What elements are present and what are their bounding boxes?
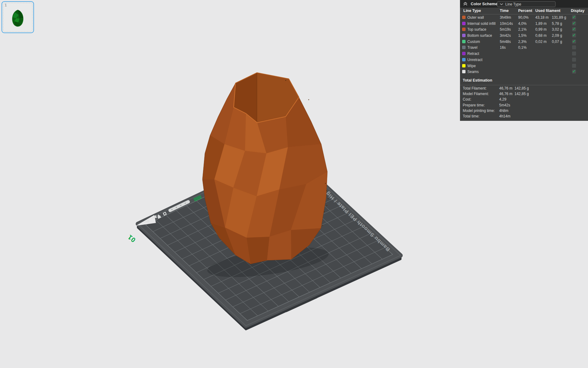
line-type-color-swatch <box>462 34 466 37</box>
total-value: 4h8m <box>499 109 508 113</box>
table-row: Internal solid infill 10m14s 4,0% 1,89 m… <box>460 21 588 27</box>
table-row: Bottom surface 3m42s 1,5% 0,68 m 2,09 g <box>460 33 588 39</box>
line-type-color-swatch <box>462 16 466 19</box>
line-type-label: Unretract <box>467 58 482 62</box>
display-checkbox[interactable] <box>572 33 576 37</box>
line-type-label: Retract <box>467 52 479 56</box>
table-row: Wipe <box>460 63 588 69</box>
line-type-table: Outer wall 3h49m 90,0% 43,18 m 131,89 g … <box>460 14 588 75</box>
percent-value: 2,1% <box>518 27 526 32</box>
col-line-type: Line Type <box>463 9 481 13</box>
percent-value: 2,3% <box>518 40 526 44</box>
total-length: 46,76 m <box>499 86 512 90</box>
line-type-color-swatch <box>462 46 466 49</box>
total-label: Total Filament: <box>463 86 487 90</box>
dropdown-value: Line Type <box>505 2 521 6</box>
percent-value: 0,1% <box>518 45 526 50</box>
filament-weight-value: 5,78 g <box>552 21 562 26</box>
total-value: 4,29 <box>499 97 506 102</box>
time-value: 5m19s <box>500 27 511 32</box>
display-checkbox[interactable] <box>572 70 576 74</box>
total-label: Total time: <box>463 114 480 118</box>
display-checkbox[interactable] <box>572 58 576 62</box>
total-value: 4h14m <box>499 114 511 118</box>
filament-weight-value: 131,89 g <box>552 15 566 20</box>
display-checkbox[interactable] <box>572 21 576 25</box>
total-weight: 142,85 g <box>514 86 529 90</box>
line-type-label: Bottom surface <box>467 33 492 38</box>
line-type-label: Internal solid infill <box>467 21 496 26</box>
filament-weight-value: 3,02 g <box>552 27 562 32</box>
total-row: Cost: 4,29 <box>460 97 588 102</box>
filament-weight-value: 0,07 g <box>552 40 562 44</box>
total-value: 5m42s <box>499 103 510 107</box>
line-type-color-swatch <box>462 64 466 67</box>
filament-length-value: 0,02 m <box>535 40 547 44</box>
total-row: Model printing time: 4h8m <box>460 108 588 113</box>
line-type-color-swatch <box>462 52 466 55</box>
display-checkbox[interactable] <box>572 15 576 19</box>
line-type-color-swatch <box>462 22 466 25</box>
vase-model[interactable] <box>202 73 329 264</box>
filament-weight-value: 2,09 g <box>552 33 562 38</box>
panel-title: Color Scheme <box>471 2 497 6</box>
time-value: 3h49m <box>500 15 511 20</box>
line-type-label: Outer wall <box>467 15 484 20</box>
divider <box>460 85 588 85</box>
table-column-headers: Line Type Time Percent Used filament Dis… <box>460 8 588 14</box>
check-icon <box>572 27 576 31</box>
check-icon <box>572 69 576 74</box>
display-checkbox[interactable] <box>572 64 576 68</box>
col-display: Display <box>571 9 584 13</box>
model-thumbnail-icon <box>2 2 33 33</box>
layer-lines-texture <box>202 73 327 264</box>
plate-thumbnail[interactable]: 1 <box>2 1 34 33</box>
time-value: 3m42s <box>500 33 511 38</box>
line-type-color-swatch <box>462 28 466 31</box>
table-row: Seams <box>460 69 588 75</box>
line-type-label: Custom <box>467 40 480 44</box>
line-type-label: Seams <box>467 70 479 74</box>
line-type-color-swatch <box>462 70 466 73</box>
total-weight: 142,85 g <box>514 92 529 96</box>
line-type-label: Top surface <box>467 27 486 32</box>
time-value: 10m14s <box>500 21 513 26</box>
collapse-chevrons-icon[interactable] <box>463 2 468 6</box>
filament-length-value: 43,18 m <box>535 15 548 20</box>
total-row: Model Filament: 46,76 m 142,85 g <box>460 91 588 97</box>
check-icon <box>572 39 576 44</box>
display-checkbox[interactable] <box>572 45 576 49</box>
filament-length-value: 0,68 m <box>535 33 547 38</box>
total-row: Total Filament: 46,76 m 142,85 g <box>460 86 588 91</box>
display-checkbox[interactable] <box>572 52 576 56</box>
total-label: Prepare time: <box>463 103 485 107</box>
total-label: Model Filament: <box>463 92 489 96</box>
percent-value: 4,0% <box>518 21 526 26</box>
table-row: Top surface 5m19s 2,1% 0,99 m 3,02 g <box>460 26 588 33</box>
col-time: Time <box>500 9 509 13</box>
total-label: Cost: <box>463 97 471 102</box>
percent-value: 90,0% <box>518 15 529 20</box>
time-value: 5m48s <box>500 40 511 44</box>
total-estimation-title: Total Estimation <box>463 78 492 82</box>
slicer-preview-window: { "scene": { "background": "#e8e8e9", "m… <box>0 0 588 368</box>
total-label: Model printing time: <box>463 109 495 113</box>
total-row: Prepare time: 5m42s <box>460 102 588 108</box>
display-checkbox[interactable] <box>572 40 576 44</box>
col-percent: Percent <box>518 9 532 13</box>
percent-value: 1,5% <box>518 33 526 38</box>
display-checkbox[interactable] <box>572 27 576 31</box>
line-type-label: Wipe <box>467 64 476 68</box>
check-icon <box>572 33 576 37</box>
table-row: Retract <box>460 51 588 57</box>
filament-length-value: 1,89 m <box>535 21 547 26</box>
time-value: 16s <box>500 45 506 50</box>
filament-length-value: 0,99 m <box>535 27 547 32</box>
color-scheme-dropdown[interactable]: Line Type <box>497 1 556 7</box>
chevron-down-icon <box>500 3 503 5</box>
table-row: Unretract <box>460 57 588 63</box>
total-row: Total time: 4h14m <box>460 113 588 119</box>
panel-header-bar: Color Scheme Line Type <box>460 0 588 8</box>
total-length: 46,76 m <box>499 92 512 96</box>
table-row: Custom 5m48s 2,3% 0,02 m 0,07 g <box>460 39 588 45</box>
